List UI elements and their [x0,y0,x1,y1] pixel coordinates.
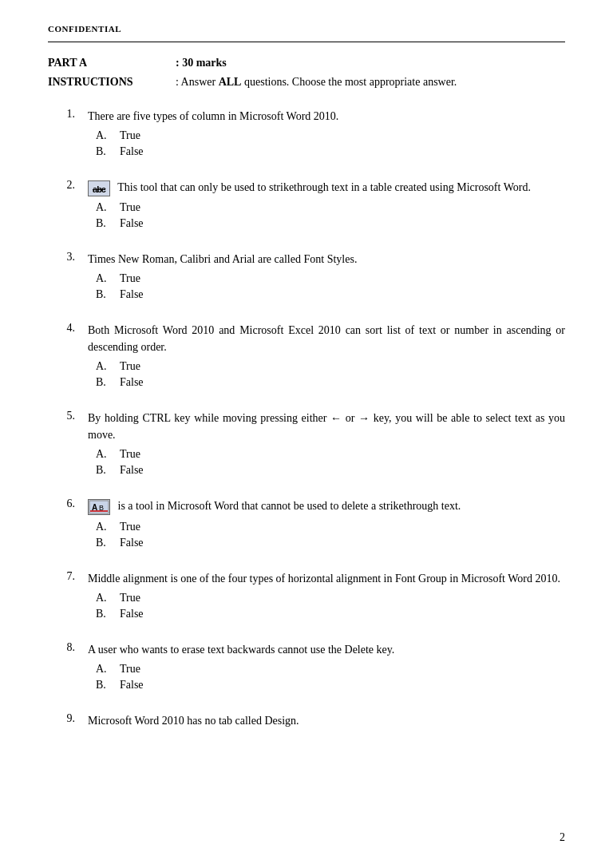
option-item: A. True [96,663,565,676]
option-text: True [120,272,140,285]
options-list: A. True B. False [96,663,565,692]
all-keyword: ALL [219,76,242,88]
question-content: Both Microsoft Word 2010 and Microsoft E… [88,322,565,392]
questions-list: 1. There are five types of column in Mic… [48,108,565,734]
list-item: 1. There are five types of column in Mic… [48,108,565,161]
option-text: True [120,360,140,373]
list-item: 5. By holding CTRL key while moving pres… [48,410,565,480]
option-item: B. False [96,217,565,230]
option-label: B. [96,464,120,477]
question-number: 6. [48,497,88,510]
option-label: A. [96,129,120,142]
option-label: B. [96,537,120,549]
question-content: Middle alignment is one of the four type… [88,570,565,624]
options-list: A. True B. False [96,360,565,389]
question-content: Times New Roman, Calibri and Arial are c… [88,251,565,304]
option-text: True [120,201,140,214]
strikethrough-icon: abc [88,180,110,196]
part-value: : 30 marks [176,57,227,69]
option-label: A. [96,663,120,676]
option-label: B. [96,608,120,620]
option-item: A. True [96,129,565,142]
option-item: B. False [96,608,565,620]
confidential-label: CONFIDENTIAL [48,24,565,34]
option-text: False [120,537,144,549]
list-item: 4. Both Microsoft Word 2010 and Microsof… [48,322,565,392]
options-list: A. True B. False [96,272,565,301]
question-number: 4. [48,322,88,335]
question-number: 7. [48,570,88,583]
page-number: 2 [560,831,565,844]
list-item: 6. A B is a tool in Microsoft Word that … [48,497,565,552]
option-item: A. True [96,521,565,533]
question-text: Middle alignment is one of the four type… [88,570,565,587]
option-label: A. [96,592,120,604]
options-list: A. True B. False [96,129,565,158]
question-number: 1. [48,108,88,121]
option-label: A. [96,272,120,285]
part-label: PART A [48,57,176,69]
question-number: 9. [48,712,88,725]
divider [48,42,565,42]
option-item: A. True [96,360,565,373]
option-text: False [120,464,144,477]
question-number: 5. [48,410,88,422]
instructions-row: INSTRUCTIONS : Answer ALL questions. Cho… [48,76,565,89]
question-text: By holding CTRL key while moving pressin… [88,410,565,443]
options-list: A. True B. False [96,201,565,230]
list-item: 2. abc This tool that can only be used t… [48,179,565,233]
question-text: A B is a tool in Microsoft Word that can… [88,497,565,515]
list-item: 9. Microsoft Word 2010 has no tab called… [48,712,565,734]
option-label: B. [96,145,120,158]
options-list: A. True B. False [96,448,565,477]
question-content: Microsoft Word 2010 has no tab called De… [88,712,565,734]
option-text: False [120,679,144,692]
question-text: Microsoft Word 2010 has no tab called De… [88,712,565,729]
option-label: B. [96,217,120,230]
option-item: B. False [96,679,565,692]
option-label: A. [96,201,120,214]
option-label: B. [96,288,120,301]
page: CONFIDENTIAL PART A : 30 marks INSTRUCTI… [0,0,613,868]
question-content: A B is a tool in Microsoft Word that can… [88,497,565,552]
option-text: True [120,448,140,461]
part-row: PART A : 30 marks [48,57,565,69]
list-item: 3. Times New Roman, Calibri and Arial ar… [48,251,565,304]
question-number: 2. [48,179,88,192]
option-item: B. False [96,537,565,549]
option-text: True [120,592,140,604]
option-label: B. [96,679,120,692]
option-text: False [120,376,144,389]
question-text: Both Microsoft Word 2010 and Microsoft E… [88,322,565,355]
question-text: Times New Roman, Calibri and Arial are c… [88,251,565,268]
question-number: 8. [48,641,88,654]
question-text: abc This tool that can only be used to s… [88,179,565,196]
instructions-label: INSTRUCTIONS [48,76,176,89]
option-label: B. [96,376,120,389]
option-text: False [120,608,144,620]
question-content: A user who wants to erase text backwards… [88,641,565,695]
option-item: B. False [96,464,565,477]
option-item: B. False [96,145,565,158]
option-item: A. True [96,272,565,285]
option-label: A. [96,360,120,373]
question-number: 3. [48,251,88,264]
option-text: True [120,129,140,142]
ab-icon: A B [88,499,110,515]
options-list: A. True B. False [96,592,565,620]
option-text: False [120,145,144,158]
list-item: 8. A user who wants to erase text backwa… [48,641,565,695]
question-text: There are five types of column in Micros… [88,108,565,125]
list-item: 7. Middle alignment is one of the four t… [48,570,565,624]
option-text: True [120,521,140,533]
option-item: A. True [96,592,565,604]
options-list: A. True B. False [96,521,565,549]
option-item: B. False [96,288,565,301]
question-content: By holding CTRL key while moving pressin… [88,410,565,480]
question-text: A user who wants to erase text backwards… [88,641,565,658]
option-item: A. True [96,201,565,214]
option-label: A. [96,521,120,533]
option-text: True [120,663,140,676]
option-item: A. True [96,448,565,461]
option-label: A. [96,448,120,461]
